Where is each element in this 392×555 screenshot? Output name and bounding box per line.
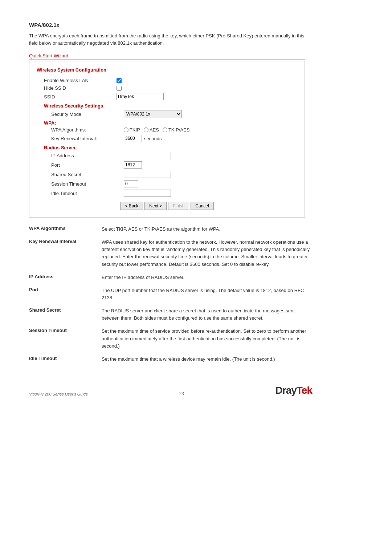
desc-term-shared-secret: Shared Secret <box>29 307 102 313</box>
security-mode-select[interactable]: WPA/802.1x <box>124 110 182 118</box>
brand-dray: Dray <box>275 385 297 396</box>
radio-aes-text: AES <box>150 127 159 133</box>
desc-key-renewal: Key Renewal Interval WPA uses shared key… <box>29 239 312 268</box>
port-label: Port <box>51 162 124 168</box>
intro-text: The WPA encrypts each frame transmitted … <box>29 32 312 46</box>
radio-tkip-aes-text: TKIP/AES <box>168 127 190 133</box>
idle-timeout-label: Idle Timeout <box>51 191 124 196</box>
radio-tkip-aes[interactable] <box>163 127 167 132</box>
radio-tkip-text: TKIP <box>130 127 140 133</box>
footer-page-number: 23 <box>179 391 184 396</box>
footer-brand: DrayTek <box>275 385 312 396</box>
radio-tkip-label: TKIP <box>124 127 140 133</box>
desc-ip-address: IP Address Enter the IP address of RADIU… <box>29 274 312 281</box>
shared-secret-label: Shared Secret <box>51 172 124 177</box>
ip-address-row: IP Address <box>37 152 297 159</box>
radio-tkip-aes-label: TKIP/AES <box>163 127 190 133</box>
config-title: Wireless System Configuration <box>37 67 297 73</box>
port-row: Port <box>37 161 297 169</box>
ssid-label: SSID <box>44 94 117 100</box>
brand-tek: Tek <box>297 385 312 396</box>
session-timeout-label: Session Timeout <box>51 181 124 187</box>
wizard-divider <box>29 59 305 60</box>
ssid-input[interactable] <box>117 93 164 100</box>
enable-wireless-lan-row: Enable Wireless LAN <box>37 78 297 83</box>
wpa-algorithms-row: WPA Algorithms: TKIP AES TKIP/AES <box>37 127 297 133</box>
desc-term-wpa-algorithms: WPA Algorithms <box>29 226 102 231</box>
page-title: WPA/802.1x <box>29 22 363 28</box>
enable-wireless-lan-checkbox[interactable] <box>117 78 122 83</box>
radio-aes[interactable] <box>144 127 148 132</box>
footer: VigorFly 200 Series User's Guide 23 Dray… <box>29 385 312 396</box>
finish-button[interactable]: Finish <box>168 202 189 210</box>
footer-guide: VigorFly 200 Series User's Guide <box>29 392 88 396</box>
desc-def-port: The UDP port number that the RADIUS serv… <box>102 287 312 301</box>
desc-term-session-timeout: Session Timeout <box>29 328 102 333</box>
shared-secret-row: Shared Secret <box>37 171 297 178</box>
desc-def-wpa-algorithms: Select TKIP, AES or TKIP/AES as the algo… <box>102 226 312 233</box>
desc-def-key-renewal: WPA uses shared key for authentication t… <box>102 239 312 268</box>
desc-def-idle-timeout: Set the maximum time that a wireless dev… <box>102 356 312 363</box>
next-button[interactable]: Next > <box>144 202 167 210</box>
key-renewal-input[interactable] <box>124 135 142 142</box>
desc-term-idle-timeout: Idle Timeout <box>29 356 102 361</box>
hide-ssid-checkbox[interactable] <box>117 86 122 91</box>
desc-def-ip-address: Enter the IP address of RADIUS server. <box>102 274 312 281</box>
session-timeout-input[interactable] <box>124 180 138 187</box>
port-input[interactable] <box>124 161 142 169</box>
desc-term-ip-address: IP Address <box>29 274 102 279</box>
hide-ssid-row: Hide SSID <box>37 85 297 91</box>
session-timeout-row: Session Timeout <box>37 180 297 187</box>
desc-port: Port The UDP port number that the RADIUS… <box>29 287 312 301</box>
desc-shared-secret: Shared Secret The RADIUS server and clie… <box>29 307 312 322</box>
desc-term-key-renewal: Key Renewal Interval <box>29 239 102 244</box>
key-renewal-inputs: seconds <box>124 135 162 142</box>
wpa-algorithms-radios: TKIP AES TKIP/AES <box>124 127 189 133</box>
radius-section-label: Radius Server <box>37 145 297 150</box>
hide-ssid-label: Hide SSID <box>44 85 117 91</box>
desc-def-session-timeout: Set the maximum time of service provided… <box>102 328 312 349</box>
radio-aes-label: AES <box>144 127 159 133</box>
seconds-label: seconds <box>144 136 162 141</box>
desc-wpa-algorithms: WPA Algorithms Select TKIP, AES or TKIP/… <box>29 226 312 233</box>
key-renewal-label: Key Renewal Interval: <box>51 136 124 141</box>
enable-wireless-lan-label: Enable Wireless LAN <box>44 78 117 83</box>
ssid-row: SSID <box>37 93 297 100</box>
shared-secret-input[interactable] <box>124 171 171 178</box>
security-mode-row: Security Mode WPA/802.1x <box>37 110 297 118</box>
ip-address-label: IP Address <box>51 153 124 158</box>
wireless-security-settings-label: Wireless Security Settings <box>37 103 297 109</box>
desc-term-port: Port <box>29 287 102 292</box>
key-renewal-row: Key Renewal Interval: seconds <box>37 135 297 142</box>
quick-start-link[interactable]: Quick Start Wizard <box>29 53 68 58</box>
ip-address-input[interactable] <box>124 152 171 159</box>
radio-tkip[interactable] <box>124 127 128 132</box>
security-mode-label: Security Mode <box>51 112 124 117</box>
config-box: Wireless System Configuration Enable Wir… <box>29 61 305 218</box>
cancel-button[interactable]: Cancel <box>191 202 213 210</box>
hide-ssid-checkbox-wrap <box>117 86 122 91</box>
desc-session-timeout: Session Timeout Set the maximum time of … <box>29 328 312 349</box>
button-row: < Back Next > Finish Cancel <box>37 202 297 210</box>
wpa-section-label: WPA: <box>37 120 297 126</box>
enable-wireless-lan-checkbox-wrap <box>117 78 122 83</box>
desc-def-shared-secret: The RADIUS server and client share a sec… <box>102 307 312 322</box>
back-button[interactable]: < Back <box>120 202 143 210</box>
idle-timeout-row: Idle Timeout <box>37 190 297 197</box>
idle-timeout-input[interactable] <box>124 190 171 197</box>
wpa-algorithms-label: WPA Algorithms: <box>51 127 124 133</box>
description-section: WPA Algorithms Select TKIP, AES or TKIP/… <box>29 226 312 363</box>
desc-idle-timeout: Idle Timeout Set the maximum time that a… <box>29 356 312 363</box>
